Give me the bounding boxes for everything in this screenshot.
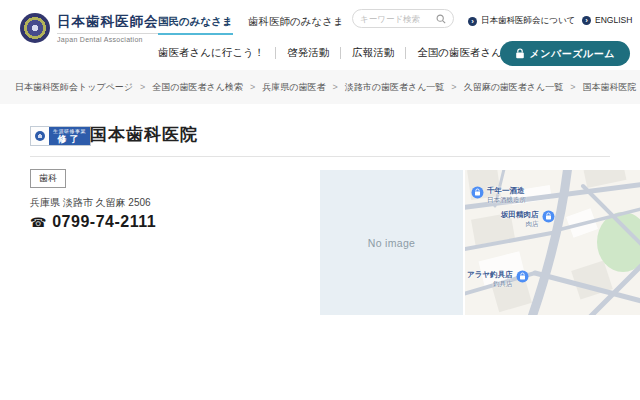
- poi-marker-icon: [471, 186, 484, 199]
- map-poi-butcher[interactable]: 坂田精肉店 肉店: [501, 210, 555, 229]
- lock-icon: [515, 48, 525, 59]
- category-chip: 歯科: [30, 169, 66, 188]
- poi-marker-icon: [542, 210, 555, 223]
- breadcrumb-separator: >: [250, 82, 255, 92]
- badge-line2: 修了: [58, 134, 82, 144]
- poi-name: 坂田精肉店: [501, 210, 539, 220]
- tab-dentists[interactable]: 歯科医師のみなさま: [248, 15, 344, 29]
- training-completion-badge: 生涯研修事業 修了: [30, 126, 91, 146]
- breadcrumb: 日本歯科医師会トップページ > 全国の歯医者さん検索 > 兵庫県の歯医者 > 淡…: [0, 70, 640, 104]
- poi-marker-icon: [516, 270, 529, 283]
- map-poi-sake-brewery[interactable]: 千年一酒造 日本酒醸造所: [471, 186, 526, 205]
- search-input[interactable]: [360, 14, 436, 24]
- no-image-label: No image: [368, 237, 415, 249]
- nav-public-relations[interactable]: 広報活動: [341, 46, 405, 60]
- breadcrumb-area[interactable]: 久留麻の歯医者さん一覧: [464, 81, 564, 94]
- poi-subtitle: 釣具店: [493, 280, 513, 289]
- circle-arrow-icon: ›: [468, 17, 477, 26]
- breadcrumb-city[interactable]: 淡路市の歯医者さん一覧: [345, 81, 445, 94]
- breadcrumb-search[interactable]: 全国の歯医者さん検索: [152, 81, 243, 94]
- members-room-button[interactable]: メンバーズルーム: [500, 41, 630, 66]
- breadcrumb-separator: >: [570, 82, 575, 92]
- phone-icon: ☎: [30, 215, 46, 230]
- poi-subtitle: 肉店: [526, 220, 539, 229]
- jda-emblem-icon: [20, 13, 50, 43]
- map-poi-fishing-shop[interactable]: アラヤ釣具店 釣具店: [467, 270, 529, 289]
- breadcrumb-prefecture[interactable]: 兵庫県の歯医者: [262, 81, 325, 94]
- secondary-nav: 歯医者さんに行こう！ 啓発活動 広報活動 全国の歯医者さん検索: [158, 46, 534, 60]
- circle-arrow-icon: ›: [582, 16, 591, 25]
- search-box[interactable]: [352, 9, 454, 28]
- nav-go-to-dentist[interactable]: 歯医者さんに行こう！: [158, 46, 275, 60]
- english-link[interactable]: › ENGLISH: [582, 15, 632, 25]
- clinic-address: 兵庫県 淡路市 久留麻 2506: [30, 196, 151, 210]
- breadcrumb-home[interactable]: 日本歯科医師会トップページ: [15, 81, 133, 94]
- tab-citizens[interactable]: 国民のみなさま: [158, 15, 233, 35]
- phone-link[interactable]: ☎ 0799-74-2111: [30, 213, 156, 231]
- page: 日本歯科医師会 Japan Dental Association 国民のみなさま…: [0, 0, 640, 400]
- members-room-label: メンバーズルーム: [530, 47, 615, 61]
- divider: [30, 156, 610, 157]
- about-link-label: 日本歯科医師会について: [481, 15, 575, 27]
- logo-subtitle: Japan Dental Association: [57, 33, 159, 43]
- about-link[interactable]: › 日本歯科医師会について: [468, 15, 575, 27]
- site-logo[interactable]: 日本歯科医師会 Japan Dental Association: [20, 13, 159, 43]
- breadcrumb-separator: >: [140, 82, 145, 92]
- english-link-label: ENGLISH: [595, 15, 632, 25]
- poi-name: アラヤ釣具店: [467, 270, 513, 280]
- breadcrumb-current: 国本歯科医院: [583, 81, 637, 94]
- map[interactable]: 千年一酒造 日本酒醸造所 坂田精肉店 肉店 アラヤ釣具店 釣具店: [465, 170, 640, 315]
- page-title: 国本歯科医院: [90, 123, 198, 146]
- search-icon: [436, 14, 446, 24]
- breadcrumb-separator: >: [332, 82, 337, 92]
- logo-title: 日本歯科医師会: [57, 13, 159, 31]
- phone-number: 0799-74-2111: [52, 213, 156, 231]
- clinic-photo-placeholder: No image: [320, 170, 463, 315]
- site-header: 日本歯科医師会 Japan Dental Association 国民のみなさま…: [0, 0, 640, 70]
- nav-awareness[interactable]: 啓発活動: [276, 46, 340, 60]
- poi-subtitle: 日本酒醸造所: [487, 196, 526, 205]
- poi-name: 千年一酒造: [487, 186, 526, 196]
- badge-emblem-icon: [31, 127, 49, 145]
- breadcrumb-separator: >: [451, 82, 456, 92]
